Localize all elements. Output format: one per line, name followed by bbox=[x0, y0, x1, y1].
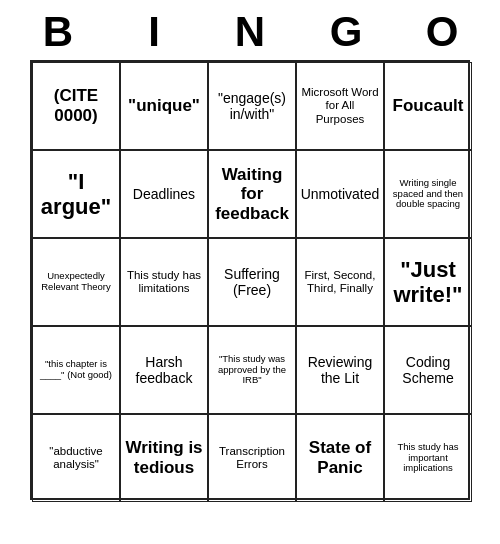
cell-text: Microsoft Word for All Purposes bbox=[300, 86, 380, 126]
bingo-cell[interactable]: Harsh feedback bbox=[120, 326, 208, 414]
cell-text: This study has limitations bbox=[124, 269, 204, 295]
cell-text: "This study was approved by the IRB" bbox=[212, 354, 292, 387]
cell-text: Deadlines bbox=[124, 186, 204, 202]
bingo-cell[interactable]: Deadlines bbox=[120, 150, 208, 238]
cell-text: Waiting for feedback bbox=[212, 165, 292, 224]
bingo-cell[interactable]: Transcription Errors bbox=[208, 414, 296, 502]
bingo-cell[interactable]: (CITE 0000) bbox=[32, 62, 120, 150]
bingo-cell[interactable]: "engage(s) in/with" bbox=[208, 62, 296, 150]
bingo-cell[interactable]: "Just write!" bbox=[384, 238, 472, 326]
cell-text: Writing is tedious bbox=[124, 438, 204, 477]
bingo-cell[interactable]: Unmotivated bbox=[296, 150, 384, 238]
cell-text: "this chapter is ____" (Not good) bbox=[36, 359, 116, 381]
cell-text: Unmotivated bbox=[300, 186, 380, 202]
cell-text: "Just write!" bbox=[388, 257, 468, 308]
bingo-cell[interactable]: "this chapter is ____" (Not good) bbox=[32, 326, 120, 414]
cell-text: Unexpectedly Relevant Theory bbox=[36, 271, 116, 293]
bingo-cell[interactable]: Unexpectedly Relevant Theory bbox=[32, 238, 120, 326]
bingo-cell[interactable]: Foucault bbox=[384, 62, 472, 150]
header-letter: G bbox=[302, 8, 390, 56]
cell-text: First, Second, Third, Finally bbox=[300, 269, 380, 295]
cell-text: Suffering (Free) bbox=[212, 266, 292, 298]
cell-text: Writing single spaced and then double sp… bbox=[388, 178, 468, 211]
cell-text: Reviewing the Lit bbox=[300, 354, 380, 386]
bingo-cell[interactable]: "This study was approved by the IRB" bbox=[208, 326, 296, 414]
header-letter: B bbox=[14, 8, 102, 56]
bingo-cell[interactable]: "unique" bbox=[120, 62, 208, 150]
bingo-cell[interactable]: Waiting for feedback bbox=[208, 150, 296, 238]
cell-text: (CITE 0000) bbox=[36, 86, 116, 125]
bingo-cell[interactable]: This study has limitations bbox=[120, 238, 208, 326]
cell-text: "I argue" bbox=[36, 169, 116, 220]
bingo-grid: (CITE 0000)"unique""engage(s) in/with"Mi… bbox=[30, 60, 470, 500]
cell-text: Coding Scheme bbox=[388, 354, 468, 386]
header-letter: O bbox=[398, 8, 486, 56]
cell-text: Foucault bbox=[388, 96, 468, 116]
bingo-cell[interactable]: Coding Scheme bbox=[384, 326, 472, 414]
cell-text: Transcription Errors bbox=[212, 445, 292, 471]
header-letter: I bbox=[110, 8, 198, 56]
cell-text: State of Panic bbox=[300, 438, 380, 477]
bingo-cell[interactable]: First, Second, Third, Finally bbox=[296, 238, 384, 326]
bingo-cell[interactable]: Suffering (Free) bbox=[208, 238, 296, 326]
bingo-cell[interactable]: Writing is tedious bbox=[120, 414, 208, 502]
bingo-cell[interactable]: State of Panic bbox=[296, 414, 384, 502]
cell-text: "engage(s) in/with" bbox=[212, 90, 292, 122]
bingo-cell[interactable]: "I argue" bbox=[32, 150, 120, 238]
cell-text: Harsh feedback bbox=[124, 354, 204, 386]
bingo-cell[interactable]: This study has important implications bbox=[384, 414, 472, 502]
bingo-cell[interactable]: Writing single spaced and then double sp… bbox=[384, 150, 472, 238]
cell-text: "unique" bbox=[124, 96, 204, 116]
bingo-cell[interactable]: Reviewing the Lit bbox=[296, 326, 384, 414]
bingo-header: BINGO bbox=[10, 0, 490, 60]
bingo-cell[interactable]: Microsoft Word for All Purposes bbox=[296, 62, 384, 150]
bingo-cell[interactable]: "abductive analysis" bbox=[32, 414, 120, 502]
cell-text: This study has important implications bbox=[388, 442, 468, 475]
cell-text: "abductive analysis" bbox=[36, 445, 116, 471]
header-letter: N bbox=[206, 8, 294, 56]
